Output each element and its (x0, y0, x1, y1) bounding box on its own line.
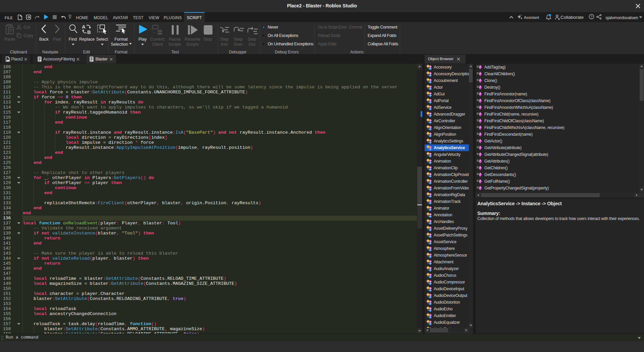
svg-text:?: ? (591, 15, 593, 19)
svg-text:B: B (87, 29, 91, 35)
svg-text:A: A (82, 24, 86, 30)
